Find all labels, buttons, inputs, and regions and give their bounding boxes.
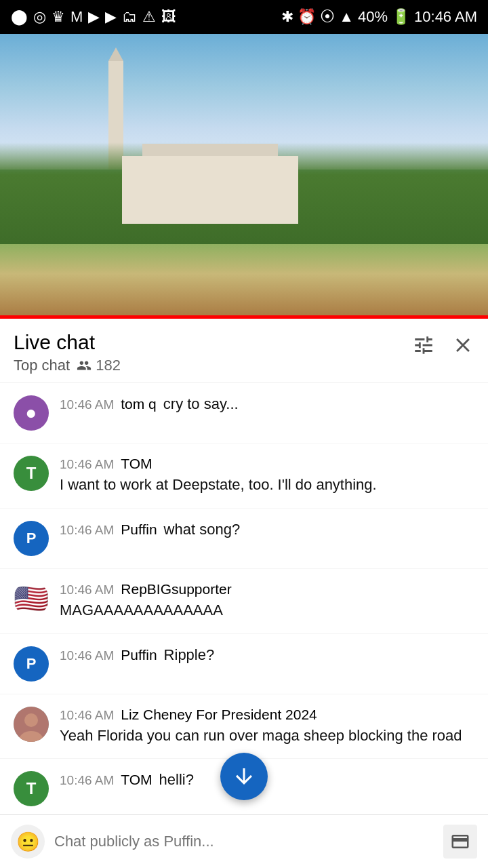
message-content: 10:46 AM TOM I want to work at Deepstate… bbox=[60, 456, 474, 496]
chat-input-bar: 😐 bbox=[0, 814, 488, 868]
battery-icon: 🔋 bbox=[392, 8, 410, 26]
status-bar: ⬤ ◎ ♛ M ▶ ▶ 🗂 ⚠ 🖼 ✱ ⏰ ⦿ ▲ 40% 🔋 10:46 AM bbox=[0, 0, 488, 34]
viewer-count: 182 bbox=[77, 357, 121, 374]
message-author: Puffin bbox=[121, 521, 157, 538]
message-content: 10:46 AM Liz Cheney For President 2024 Y… bbox=[60, 707, 474, 747]
chat-message: 🇺🇸 10:46 AM RepBIGsupporter MAGAAAAAAAAA… bbox=[0, 569, 488, 634]
chat-subtitle[interactable]: Top chat 182 bbox=[14, 357, 121, 374]
super-chat-button[interactable] bbox=[443, 825, 477, 859]
message-text-inline: what song? bbox=[164, 521, 241, 538]
superchat-icon bbox=[450, 831, 470, 852]
avatar: T bbox=[14, 771, 49, 806]
message-text: Yeah Florida you can run over maga sheep… bbox=[60, 726, 474, 747]
ground bbox=[0, 244, 488, 319]
chat-message: ● 10:46 AM tom q cry to say... bbox=[0, 383, 488, 443]
progress-bar[interactable] bbox=[0, 315, 488, 319]
white-house bbox=[122, 156, 298, 224]
emoji-icon: 😐 bbox=[16, 831, 40, 853]
avatar: P bbox=[14, 646, 49, 682]
signal-icon: ▲ bbox=[339, 8, 354, 26]
avatar: ● bbox=[14, 395, 49, 431]
message-time: 10:46 AM bbox=[60, 773, 114, 788]
message-meta: 10:46 AM Liz Cheney For President 2024 bbox=[60, 707, 474, 723]
warning-icon: ⚠ bbox=[142, 8, 156, 26]
message-time: 10:46 AM bbox=[60, 708, 114, 723]
emoji-button[interactable]: 😐 bbox=[11, 825, 45, 859]
message-text-inline: cry to say... bbox=[163, 395, 239, 413]
header-actions bbox=[412, 331, 474, 362]
chat-message: 10:46 AM Liz Cheney For President 2024 Y… bbox=[0, 694, 488, 760]
arrow-down-icon bbox=[232, 764, 256, 789]
message-time: 10:46 AM bbox=[60, 523, 114, 538]
time: 10:46 AM bbox=[414, 8, 477, 26]
avatar: T bbox=[14, 456, 49, 491]
scroll-to-bottom-button[interactable] bbox=[220, 753, 268, 800]
yt-icon: ▶ bbox=[88, 8, 100, 26]
message-time: 10:46 AM bbox=[60, 648, 114, 663]
chat-message: P 10:46 AM Puffin Ripple? bbox=[0, 634, 488, 694]
pokego-icon: ◎ bbox=[33, 8, 46, 26]
top-chat-label[interactable]: Top chat bbox=[14, 357, 70, 374]
battery-percent: 40% bbox=[358, 8, 388, 26]
chat-message: T 10:46 AM TOM I want to work at Deepsta… bbox=[0, 443, 488, 509]
yt2-icon: ▶ bbox=[105, 8, 117, 26]
chat-input-field[interactable] bbox=[54, 826, 434, 857]
chat-message: P 10:46 AM Puffin what song? bbox=[0, 509, 488, 569]
message-time: 10:46 AM bbox=[60, 397, 114, 412]
close-icon[interactable] bbox=[451, 334, 474, 362]
status-icons-right: ✱ ⏰ ⦿ ▲ 40% 🔋 10:46 AM bbox=[281, 8, 477, 26]
video-player[interactable] bbox=[0, 34, 488, 319]
message-time: 10:46 AM bbox=[60, 583, 114, 597]
message-content: 10:46 AM Puffin Ripple? bbox=[60, 646, 474, 664]
avatar bbox=[14, 707, 49, 742]
avatar: P bbox=[14, 521, 49, 556]
crown-icon: ♛ bbox=[52, 8, 65, 26]
message-author: Puffin bbox=[121, 647, 157, 663]
alarm-icon: ⏰ bbox=[298, 8, 316, 26]
svg-point-1 bbox=[24, 713, 38, 727]
message-content: 10:46 AM Puffin what song? bbox=[60, 521, 474, 538]
message-content: 10:46 AM RepBIGsupporter MAGAAAAAAAAAAAA… bbox=[60, 581, 474, 621]
viewer-number: 182 bbox=[96, 357, 121, 374]
message-meta: 10:46 AM Puffin what song? bbox=[60, 521, 474, 538]
message-text-inline: helli? bbox=[159, 771, 194, 789]
avatar-photo bbox=[14, 707, 49, 742]
message-author: Liz Cheney For President 2024 bbox=[121, 707, 317, 723]
viewer-icon bbox=[77, 358, 92, 373]
message-meta: 10:46 AM TOM bbox=[60, 456, 474, 472]
live-chat-header: Live chat Top chat 182 bbox=[0, 319, 488, 383]
message-text: MAGAAAAAAAAAAAAA bbox=[60, 600, 474, 621]
chat-title-group: Live chat Top chat 182 bbox=[14, 331, 121, 374]
avatar: 🇺🇸 bbox=[14, 581, 49, 616]
message-meta: 10:46 AM RepBIGsupporter bbox=[60, 581, 474, 597]
file-icon: 🗂 bbox=[122, 8, 137, 26]
message-author: TOM bbox=[121, 772, 152, 788]
message-author: tom q bbox=[121, 396, 157, 412]
message-content: 10:46 AM tom q cry to say... bbox=[60, 395, 474, 413]
status-icons-left: ⬤ ◎ ♛ M ▶ ▶ 🗂 ⚠ 🖼 bbox=[11, 8, 176, 26]
bluetooth-icon: ✱ bbox=[281, 8, 293, 26]
message-text: I want to work at Deepstate, too. I'll d… bbox=[60, 475, 474, 496]
message-meta: 10:46 AM Puffin Ripple? bbox=[60, 646, 474, 664]
message-author: RepBIGsupporter bbox=[121, 581, 231, 597]
live-chat-title: Live chat bbox=[14, 331, 121, 354]
pokeball-icon: ⬤ bbox=[11, 8, 28, 26]
mastodon-icon: M bbox=[70, 8, 83, 26]
message-meta: 10:46 AM tom q cry to say... bbox=[60, 395, 474, 413]
wifi-icon: ⦿ bbox=[320, 8, 335, 26]
message-author: TOM bbox=[121, 456, 152, 472]
message-time: 10:46 AM bbox=[60, 457, 114, 472]
message-text-inline: Ripple? bbox=[164, 646, 215, 664]
img-icon: 🖼 bbox=[161, 8, 176, 26]
filter-icon[interactable] bbox=[412, 334, 435, 362]
